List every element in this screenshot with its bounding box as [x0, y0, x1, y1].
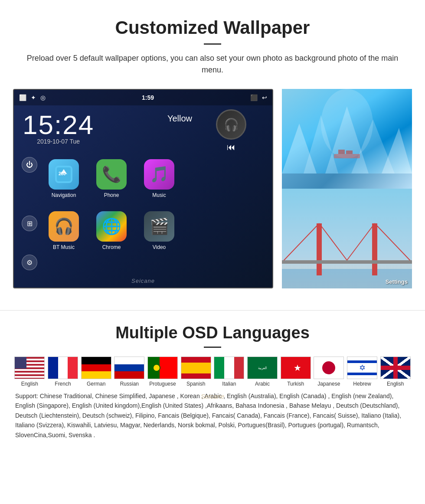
bt-emoji: 🎧: [54, 217, 74, 236]
clock-area: 15:24 2019-10-07 Tue: [23, 109, 94, 145]
sa-flag: العربية: [248, 357, 277, 379]
flag-item-japanese: Japanese: [312, 357, 346, 387]
title-divider: [204, 43, 221, 45]
app-bt-music[interactable]: 🎧 BT Music: [42, 207, 85, 255]
svg-rect-17: [372, 223, 377, 275]
ru-tricolor: [114, 357, 144, 379]
device-area: ⬜ ✦ ◎ 1:59 ⬛ ↩ 15:24 2019-10-07 Tue Yell…: [13, 89, 412, 288]
clock-display: 15:24: [23, 109, 94, 140]
wallpaper-ice: [282, 89, 412, 189]
flag-it: [214, 357, 244, 379]
wallpaper-section: Customized Wallpaper Preload over 5 defa…: [0, 0, 425, 301]
flag-uk: [380, 357, 411, 379]
flag-item-portuguese: Protuguese: [146, 357, 180, 387]
status-time: 1:59: [142, 94, 154, 101]
ru-white: [114, 357, 144, 364]
flag-tr: ★: [281, 357, 311, 379]
flag-label-uk-english: English: [387, 381, 404, 387]
flag-label-spanish: Spanish: [186, 381, 205, 387]
chrome-label: Chrome: [102, 244, 121, 250]
status-left: ⬜ ✦ ◎: [19, 94, 46, 101]
es-flag: [181, 357, 211, 379]
es-yellow: [181, 363, 211, 373]
ice-cave-svg: [282, 89, 412, 173]
flag-item-uk-english: English: [379, 357, 412, 387]
de-tricolor: [82, 357, 111, 379]
window-icon: ⬛: [250, 94, 258, 101]
flag-label-italian: Italian: [222, 381, 236, 387]
flag-ru: [114, 357, 144, 379]
svg-rect-11: [334, 154, 360, 158]
wallpaper-title: Customized Wallpaper: [13, 17, 412, 38]
settings-sliders-button[interactable]: ⚙: [22, 255, 37, 270]
phone-label: Phone: [104, 192, 119, 198]
flag-label-japanese: Japanese: [317, 381, 340, 387]
flag-label-turkish: Turkish: [287, 381, 304, 387]
flag-item-hebrew: ✡ Hebrew: [346, 357, 379, 387]
app-phone[interactable]: 📞 Phone: [90, 155, 133, 203]
jp-circle: [322, 361, 335, 374]
tr-star: ★: [294, 363, 301, 373]
settings-thumb-label: Settings: [386, 278, 408, 285]
sa-text: العربية: [258, 366, 267, 370]
flag-pt: [147, 357, 178, 379]
languages-title-divider: [204, 347, 221, 348]
tr-flag: ★: [281, 357, 311, 379]
flag-jp: [314, 357, 344, 379]
brightness-icon: ✦: [31, 94, 36, 101]
svg-rect-13: [346, 151, 353, 154]
flag-label-arabic: Arabic: [255, 381, 270, 387]
fr-blue: [48, 357, 58, 379]
navigation-label: Navigation: [52, 192, 76, 198]
svg-rect-12: [338, 150, 345, 154]
flag-us: [14, 357, 45, 379]
screen-watermark: Seicane: [131, 278, 155, 284]
android-screen: ⬜ ✦ ◎ 1:59 ⬛ ↩ 15:24 2019-10-07 Tue Yell…: [13, 89, 273, 288]
it-red: [234, 357, 244, 379]
it-tricolor: [214, 357, 244, 379]
languages-title: Multiple OSD Languages: [13, 324, 412, 342]
status-right: ⬛ ↩: [250, 94, 267, 101]
de-gold: [82, 371, 111, 379]
grid-button[interactable]: ⊞: [22, 216, 37, 231]
video-emoji: 🎬: [150, 217, 169, 236]
flag-label-english: English: [21, 381, 38, 387]
music-icon: 🎧: [216, 109, 246, 140]
flag-label-french: French: [55, 381, 71, 387]
flags-row: English French German: [13, 357, 412, 387]
flag-sa: العربية: [247, 357, 278, 379]
music-controls: ⏮: [192, 142, 270, 152]
us-stripes: [15, 357, 44, 379]
screen-icon: ⬜: [19, 94, 26, 101]
app-chrome[interactable]: 🌐 Chrome: [90, 207, 133, 255]
es-red1: [181, 357, 211, 363]
us-canton: [15, 357, 26, 369]
il-stripe-bottom: [347, 373, 377, 375]
app-music[interactable]: 🎵 Music: [137, 155, 181, 203]
de-red: [82, 364, 111, 372]
flag-item-english: English: [13, 357, 46, 387]
flag-item-german: German: [79, 357, 113, 387]
status-bar: ⬜ ✦ ◎ 1:59 ⬛ ↩: [14, 90, 272, 105]
flag-item-turkish: ★ Turkish: [279, 357, 312, 387]
fr-tricolor: [48, 357, 78, 379]
flag-label-portuguese: Protuguese: [149, 381, 176, 387]
maps-svg: 280: [55, 166, 72, 183]
app-video[interactable]: 🎬 Video: [137, 207, 181, 255]
pt-red: [160, 357, 177, 379]
wallpaper-thumbnails: Settings: [282, 89, 412, 288]
back-icon: ↩: [262, 94, 267, 101]
fr-white: [58, 357, 68, 379]
flag-label-german: German: [87, 381, 105, 387]
flag-item-arabic: العربية Arabic: [246, 357, 279, 387]
power-button[interactable]: ⏻: [22, 157, 37, 173]
svg-rect-16: [317, 223, 322, 275]
app-navigation[interactable]: 280 Navigation: [42, 155, 85, 203]
wallpaper-bridge: Settings: [282, 189, 412, 288]
uk-flag: [381, 357, 410, 379]
fr-red: [68, 357, 78, 379]
flag-il: ✡: [347, 357, 377, 379]
flag-item-french: French: [46, 357, 80, 387]
ru-blue: [114, 364, 144, 372]
yellow-label: Yellow: [167, 114, 192, 124]
